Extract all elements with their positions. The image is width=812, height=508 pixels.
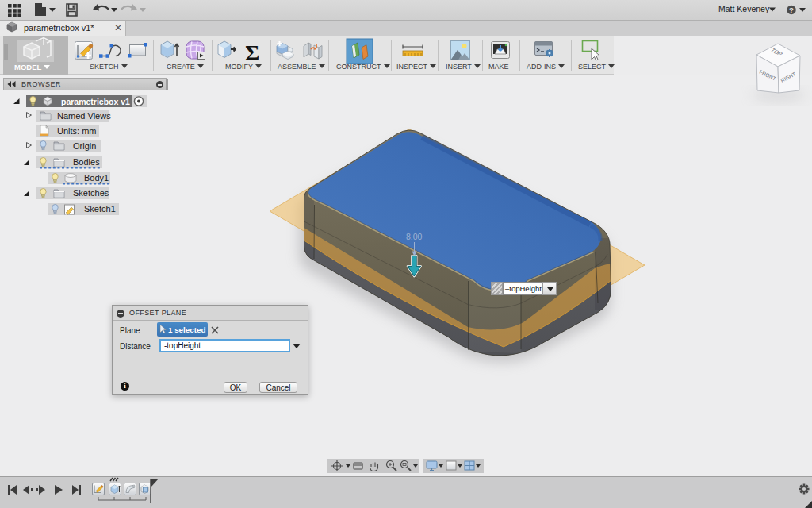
- svg-text:8.00: 8.00: [406, 232, 423, 241]
